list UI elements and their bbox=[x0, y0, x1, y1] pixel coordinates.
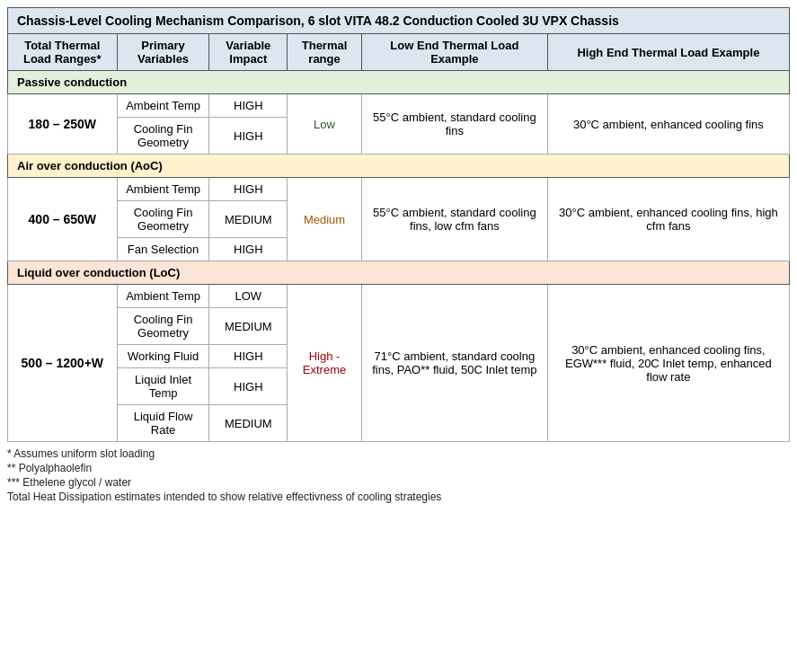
passive-section-label: Passive conduction bbox=[8, 71, 790, 94]
header-col4: Thermal range bbox=[288, 34, 362, 71]
aoc-thermal-range: Medium bbox=[288, 178, 362, 261]
loc-thermal-range: High - Extreme bbox=[288, 285, 362, 442]
passive-var-1-name: Ambeint Temp bbox=[117, 94, 209, 118]
table-title: Chassis-Level Cooling Mechanism Comparis… bbox=[8, 8, 790, 34]
aoc-var-2-name: Cooling Fin Geometry bbox=[117, 201, 209, 238]
aoc-var-1-impact: HIGH bbox=[209, 178, 288, 201]
loc-var-1-impact: LOW bbox=[209, 285, 288, 308]
loc-section-row: Liquid over conduction (LoC) bbox=[8, 261, 790, 285]
aoc-var-3-name: Fan Selection bbox=[117, 238, 209, 261]
loc-low-end: 71°C ambient, standard coolng fins, PAO*… bbox=[361, 285, 547, 442]
aoc-var-2-impact: MEDIUM bbox=[209, 201, 288, 238]
loc-var-3-impact: HIGH bbox=[209, 345, 288, 368]
title-row: Chassis-Level Cooling Mechanism Comparis… bbox=[8, 8, 790, 34]
header-col2: Primary Variables bbox=[117, 34, 209, 71]
footnote-3: *** Ethelene glycol / water bbox=[7, 476, 790, 489]
loc-var-4-impact: HIGH bbox=[209, 368, 288, 405]
aoc-var-3-impact: HIGH bbox=[209, 238, 288, 261]
aoc-power: 400 – 650W bbox=[8, 178, 118, 261]
passive-thermal-range: Low bbox=[288, 94, 362, 155]
loc-data-row-1: 500 – 1200+W Ambient Temp LOW High - Ext… bbox=[8, 285, 790, 308]
aoc-high-end: 30°C ambient, enhanced cooling fins, hig… bbox=[547, 178, 789, 261]
aoc-data-row-1: 400 – 650W Ambient Temp HIGH Medium 55°C… bbox=[8, 178, 790, 201]
passive-data-row-1: 180 – 250W Ambeint Temp HIGH Low 55°C am… bbox=[8, 94, 790, 118]
loc-var-2-impact: MEDIUM bbox=[209, 308, 288, 345]
footnote-2: ** Polyalphaolefin bbox=[7, 462, 790, 474]
loc-var-4-name: Liquid Inlet Temp bbox=[117, 368, 209, 405]
passive-power: 180 – 250W bbox=[8, 94, 118, 155]
aoc-var-1-name: Ambient Temp bbox=[117, 178, 209, 201]
header-col5: Low End Thermal Load Example bbox=[361, 34, 547, 71]
aoc-section-label: Air over conduction (AoC) bbox=[8, 155, 790, 178]
loc-power: 500 – 1200+W bbox=[8, 285, 118, 442]
header-row: Total Thermal Load Ranges* Primary Varia… bbox=[8, 34, 790, 71]
loc-var-5-name: Liquid Flow Rate bbox=[117, 405, 209, 442]
passive-low-end: 55°C ambient, standard cooling fins bbox=[361, 94, 547, 155]
passive-var-2-impact: HIGH bbox=[209, 118, 288, 155]
loc-var-3-name: Working Fluid bbox=[117, 345, 209, 368]
passive-section-row: Passive conduction bbox=[8, 71, 790, 94]
header-col1: Total Thermal Load Ranges* bbox=[8, 34, 118, 71]
loc-var-5-impact: MEDIUM bbox=[209, 405, 288, 442]
footnotes: * Assumes uniform slot loading ** Polyal… bbox=[7, 447, 790, 503]
footnote-1: * Assumes uniform slot loading bbox=[7, 447, 790, 460]
header-col6: High End Thermal Load Example bbox=[547, 34, 789, 71]
passive-var-1-impact: HIGH bbox=[209, 94, 288, 118]
passive-var-2-name: Cooling Fin Geometry bbox=[117, 118, 209, 155]
passive-high-end: 30°C ambient, enhanced cooling fins bbox=[547, 94, 789, 155]
loc-section-label: Liquid over conduction (LoC) bbox=[8, 261, 790, 285]
header-col3: Variable Impact bbox=[209, 34, 288, 71]
aoc-section-row: Air over conduction (AoC) bbox=[8, 155, 790, 178]
loc-var-1-name: Ambient Temp bbox=[117, 285, 209, 308]
aoc-low-end: 55°C ambient, standard cooling fins, low… bbox=[361, 178, 547, 261]
loc-var-2-name: Cooling Fin Geometry bbox=[117, 308, 209, 345]
footnote-4: Total Heat Dissipation estimates intende… bbox=[7, 491, 790, 503]
loc-high-end: 30°C ambient, enhanced cooling fins, EGW… bbox=[547, 285, 789, 442]
